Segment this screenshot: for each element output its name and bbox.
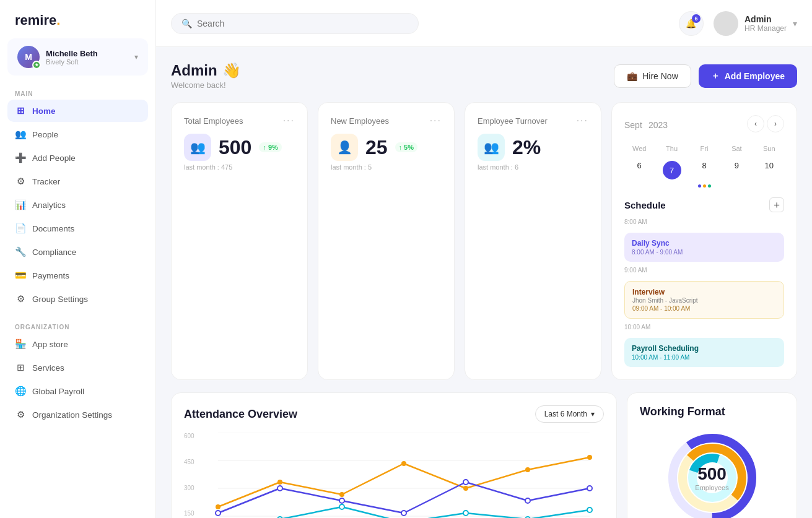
svg-point-10 [525, 467, 530, 472]
svg-point-13 [277, 486, 282, 491]
sidebar-user[interactable]: M ★ Michelle Beth Bivety Soft ▾ [7, 38, 148, 76]
cal-day-header: Sat [722, 142, 751, 155]
sidebar-item-label: Documents [32, 224, 74, 233]
stat-sub: last month : 475 [184, 163, 295, 171]
sidebar-item-label: Payments [32, 271, 69, 280]
sidebar: remire. M ★ Michelle Beth Bivety Soft ▾ … [0, 0, 156, 518]
home-icon: ⊞ [15, 105, 26, 116]
stat-value: 25 [365, 136, 388, 159]
stat-badge: ↑ 5% [395, 142, 417, 152]
svg-point-12 [216, 511, 220, 516]
event-time: 8:00 AM - 9:00 AM [632, 249, 777, 256]
schedule-time-10am: 10:00 AM [624, 324, 784, 330]
donut-wrapper: 500 Employees [663, 428, 762, 518]
sidebar-item-documents[interactable]: 📄 Documents [7, 217, 148, 240]
svg-point-11 [587, 455, 592, 460]
stat-menu-icon[interactable]: ··· [577, 115, 588, 126]
chart-filter-button[interactable]: Last 6 Month ▾ [535, 405, 604, 423]
cal-date-10[interactable]: 10 [754, 157, 784, 183]
logo: remire. [0, 0, 155, 38]
search-input[interactable] [197, 19, 408, 28]
payments-icon: 💳 [15, 270, 26, 281]
calendar-next-button[interactable]: › [767, 115, 784, 132]
schedule-event-daily-sync[interactable]: Daily Sync 8:00 AM - 9:00 AM [624, 233, 784, 262]
notifications-badge: 6 [692, 14, 701, 23]
page-actions: 💼 Hire Now ＋ Add Employee [614, 64, 797, 88]
sidebar-section-org: ORGANIZATION [0, 319, 155, 333]
sidebar-item-analytics[interactable]: 📊 Analytics [7, 194, 148, 216]
svg-point-25 [587, 507, 592, 512]
page-title: Admin 👋 [171, 62, 241, 79]
org-settings-icon: ⚙ [15, 409, 26, 420]
sidebar-item-tracker[interactable]: ⚙ Tracker [7, 170, 148, 192]
schedule-event-interview[interactable]: Interview Jhon Smith - JavaScript 09:00 … [624, 281, 784, 319]
cal-date-6[interactable]: 6 [624, 157, 654, 183]
briefcase-icon: 💼 [627, 71, 637, 81]
svg-point-17 [525, 498, 530, 503]
event-title: Interview [632, 288, 776, 296]
stat-badge: ↑ 9% [259, 142, 281, 152]
sidebar-item-add-people[interactable]: ➕ Add People [7, 147, 148, 169]
sidebar-item-compliance[interactable]: 🔧 Compliance [7, 241, 148, 263]
svg-point-7 [339, 492, 344, 497]
chart-y-labels: 600 450 300 150 0 [184, 433, 194, 518]
svg-point-23 [463, 511, 468, 516]
compliance-icon: 🔧 [15, 246, 26, 257]
sidebar-item-app-store[interactable]: 🏪 App store [7, 333, 148, 355]
event-title: Payroll Scheduling [632, 344, 777, 353]
global-payroll-icon: 🌐 [15, 386, 26, 397]
topbar: 🔍 🔔 6 Admin HR Manager ▾ [156, 0, 812, 47]
sidebar-item-org-settings[interactable]: ⚙ Organization Settings [7, 404, 148, 426]
wave-emoji: 👋 [222, 62, 241, 79]
svg-point-16 [463, 480, 468, 485]
schedule-time-8am: 8:00 AM [624, 218, 784, 225]
cal-date-8[interactable]: 8 [689, 157, 719, 183]
schedule-add-button[interactable]: ＋ [769, 197, 784, 212]
stat-sub: last month : 5 [331, 163, 442, 171]
sidebar-user-info: Michelle Beth Bivety Soft [46, 49, 128, 66]
hire-now-button[interactable]: 💼 Hire Now [614, 64, 691, 88]
sidebar-item-group-settings[interactable]: ⚙ Group Settings [7, 288, 148, 310]
svg-point-14 [339, 498, 344, 503]
topbar-user-role: HR Manager [744, 24, 787, 33]
topbar-user-name: Admin [744, 14, 787, 24]
sidebar-item-label: Global Payroll [32, 387, 84, 396]
trend-up-icon: ↑ [399, 144, 403, 151]
avatar-badge: ★ [32, 61, 41, 69]
stat-title: Employee Turnover [478, 116, 548, 126]
sidebar-item-global-payroll[interactable]: 🌐 Global Payroll [7, 380, 148, 402]
cal-date-9[interactable]: 9 [722, 157, 751, 183]
sidebar-org-nav: 🏪 App store ⊞ Services 🌐 Global Payroll … [0, 333, 155, 427]
stat-card-total: Total Employees ··· 👥 500 ↑ 9% last mont… [171, 102, 308, 380]
chevron-down-icon: ▾ [591, 410, 595, 418]
calendar-prev-button[interactable]: ‹ [747, 115, 764, 132]
topbar-chevron-icon: ▾ [793, 19, 797, 28]
add-employee-button[interactable]: ＋ Add Employee [699, 64, 797, 88]
sidebar-item-payments[interactable]: 💳 Payments [7, 264, 148, 287]
stat-sub: last month : 6 [478, 163, 588, 171]
avatar: M ★ [17, 46, 40, 68]
svg-point-21 [339, 504, 344, 509]
search-box[interactable]: 🔍 [171, 13, 419, 34]
cal-dot-orange [703, 184, 706, 188]
stat-menu-icon[interactable]: ··· [430, 115, 442, 126]
cal-day-header: Thu [657, 142, 686, 155]
sidebar-main-nav: ⊞ Home 👥 People ➕ Add People ⚙ Tr [0, 100, 155, 311]
cal-dot-purple [698, 184, 701, 188]
schedule-time-9am: 9:00 AM [624, 267, 784, 274]
schedule-event-payroll[interactable]: Payroll Scheduling 10:00 AM - 11:00 AM [624, 338, 784, 367]
svg-point-5 [216, 504, 220, 509]
topbar-user[interactable]: Admin HR Manager ▾ [714, 11, 797, 36]
calendar-title: Sept 2023 [624, 116, 668, 132]
stat-menu-icon[interactable]: ··· [283, 115, 295, 126]
sidebar-item-home[interactable]: ⊞ Home [7, 100, 148, 122]
sidebar-item-services[interactable]: ⊞ Services [7, 356, 148, 379]
donut-label: Employees [695, 484, 728, 491]
notifications-button[interactable]: 🔔 6 [679, 11, 704, 36]
sidebar-item-people[interactable]: 👥 People [7, 123, 148, 145]
attendance-card: Attendance Overview Last 6 Month ▾ 600 4… [171, 392, 617, 518]
page-header: Admin 👋 Welcome back! 💼 Hire Now ＋ Add E… [171, 62, 797, 90]
cal-date-7[interactable]: 7 [657, 157, 686, 183]
calendar-nav: ‹ › [747, 115, 784, 132]
stat-value: 2% [512, 136, 541, 159]
